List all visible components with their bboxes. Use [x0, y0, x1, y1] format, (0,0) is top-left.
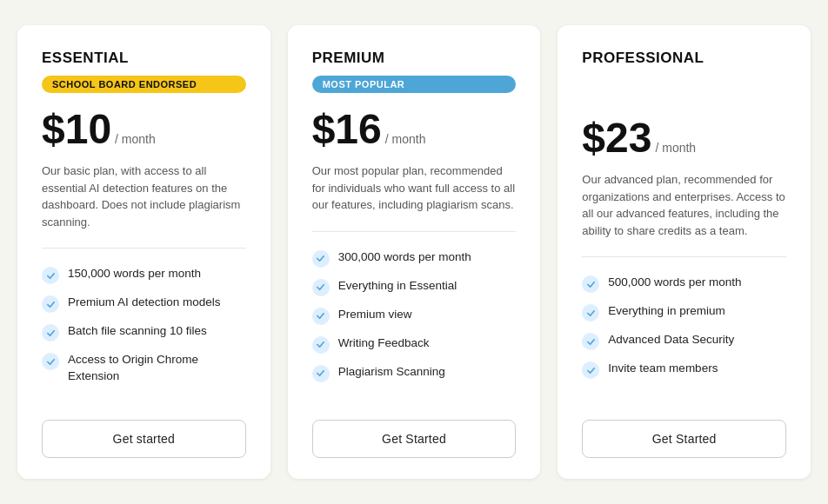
plan-name-premium: PREMIUM [312, 50, 517, 67]
feature-text: Everything in premium [608, 303, 724, 320]
plan-description-professional: Our advanced plan, recommended for organ… [582, 171, 786, 239]
plan-card-essential: ESSENTIALSCHOOL BOARD ENDORSED$10/ month… [17, 25, 270, 479]
feature-text: 500,000 words per month [608, 275, 741, 291]
plan-description-essential: Our basic plan, with access to all essen… [42, 162, 246, 230]
check-icon [312, 250, 330, 268]
check-icon [42, 267, 59, 284]
price-period-professional: / month [655, 141, 696, 155]
list-item: Plagiarism Scanning [312, 364, 517, 382]
check-icon [312, 365, 330, 382]
check-icon [582, 275, 599, 293]
feature-text: Writing Feedback [338, 335, 430, 352]
check-icon [582, 304, 599, 322]
plan-divider-professional [582, 256, 786, 257]
check-icon [312, 308, 330, 325]
plan-badge-essential: SCHOOL BOARD ENDORSED [42, 76, 246, 93]
list-item: Invite team members [582, 361, 786, 379]
check-icon [582, 333, 599, 350]
price-period-essential: / month [115, 132, 156, 146]
list-item: Writing Feedback [312, 335, 517, 354]
price-row-premium: $16/ month [312, 109, 517, 150]
list-item: Premium view [312, 307, 517, 325]
check-icon [312, 279, 330, 296]
feature-text: Premium view [338, 307, 412, 323]
feature-text: Plagiarism Scanning [338, 364, 445, 381]
check-icon [42, 353, 59, 370]
price-amount-professional: $23 [582, 117, 651, 159]
features-list-premium: 300,000 words per month Everything in Es… [312, 249, 517, 395]
pricing-container: ESSENTIALSCHOOL BOARD ENDORSED$10/ month… [17, 25, 811, 479]
plan-description-premium: Our most popular plan, recommended for i… [312, 162, 517, 214]
feature-text: Premium AI detection models [68, 295, 221, 311]
feature-text: Advanced Data Security [608, 332, 734, 348]
list-item: Advanced Data Security [582, 332, 786, 350]
price-amount-essential: $10 [42, 109, 111, 150]
plan-card-professional: PROFESSIONAL$23/ monthOur advanced plan,… [558, 25, 811, 479]
feature-text: Batch file scanning 10 files [68, 323, 207, 340]
plan-name-professional: PROFESSIONAL [582, 50, 786, 67]
feature-text: Access to Origin Chrome Extension [68, 352, 246, 385]
plan-divider-premium [312, 231, 517, 232]
check-icon [42, 324, 59, 342]
features-list-professional: 500,000 words per month Everything in pr… [582, 275, 786, 395]
plan-divider-essential [42, 248, 246, 249]
list-item: Batch file scanning 10 files [42, 323, 246, 342]
list-item: 500,000 words per month [582, 275, 786, 293]
plan-card-premium: PREMIUMMOST POPULAR$16/ monthOur most po… [288, 25, 541, 479]
list-item: 150,000 words per month [42, 266, 246, 284]
plan-badge-premium: MOST POPULAR [312, 76, 517, 93]
list-item: Everything in Essential [312, 278, 517, 296]
price-row-professional: $23/ month [582, 117, 786, 159]
list-item: Everything in premium [582, 303, 786, 322]
price-amount-premium: $16 [312, 109, 382, 150]
price-row-essential: $10/ month [42, 109, 246, 150]
plan-name-essential: ESSENTIAL [42, 50, 246, 67]
list-item: Premium AI detection models [42, 295, 246, 313]
feature-text: 300,000 words per month [338, 249, 471, 266]
check-icon [312, 336, 330, 354]
get-started-button-professional[interactable]: Get Started [582, 420, 786, 458]
check-icon [582, 361, 599, 379]
list-item: Access to Origin Chrome Extension [42, 352, 246, 385]
price-period-premium: / month [385, 132, 426, 146]
list-item: 300,000 words per month [312, 249, 517, 268]
feature-text: 150,000 words per month [68, 266, 201, 282]
plan-badge-spacer-professional [582, 76, 786, 102]
get-started-button-essential[interactable]: Get started [42, 420, 246, 458]
get-started-button-premium[interactable]: Get Started [312, 420, 517, 458]
features-list-essential: 150,000 words per month Premium AI detec… [42, 266, 246, 395]
check-icon [42, 295, 59, 313]
feature-text: Invite team members [608, 361, 718, 377]
feature-text: Everything in Essential [338, 278, 457, 295]
